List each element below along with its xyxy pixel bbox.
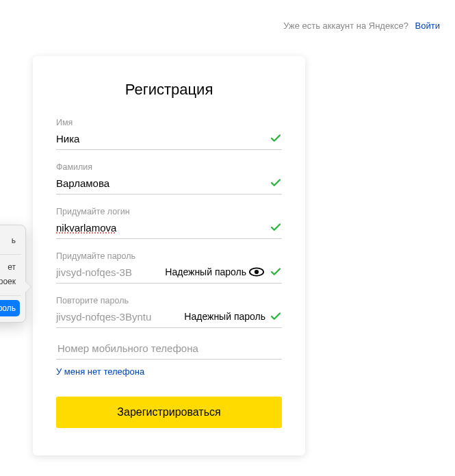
page-title: Регистрация: [56, 81, 282, 99]
password-suggestion-popup: ь ет троек ароль: [0, 225, 26, 323]
login-input[interactable]: nikvarlamova: [56, 221, 265, 235]
login-link[interactable]: Войти: [415, 21, 440, 31]
phone-input[interactable]: [56, 342, 285, 355]
check-icon: [270, 177, 282, 189]
last-name-label: Фамилия: [56, 162, 282, 172]
password-field: Придумайте пароль Надежный пароль: [56, 251, 282, 284]
login-field: Придумайте логин nikvarlamova: [56, 207, 282, 239]
first-name-label: Имя: [56, 118, 282, 127]
topbar: Уже есть аккаунт на Яндексе? Войти: [283, 21, 440, 31]
password-label: Придумайте пароль: [56, 251, 282, 261]
popup-item[interactable]: ет: [0, 260, 18, 275]
password-input[interactable]: [56, 265, 162, 279]
have-account-text: Уже есть аккаунт на Яндексе?: [283, 21, 408, 31]
login-label: Придумайте логин: [56, 207, 282, 216]
password-repeat-input[interactable]: [56, 310, 181, 324]
check-icon: [270, 310, 282, 323]
popup-item[interactable]: ь: [0, 234, 18, 249]
eye-icon[interactable]: [249, 267, 264, 277]
register-button[interactable]: Зарегистрироваться: [56, 397, 282, 428]
check-icon: [270, 221, 282, 234]
registration-card: Регистрация Имя Фамилия Придумайте логин…: [33, 56, 305, 455]
password-repeat-label: Повторите пароль: [56, 296, 282, 305]
password-repeat-field: Повторите пароль Надежный пароль: [56, 296, 282, 328]
last-name-field: Фамилия: [56, 162, 282, 195]
popup-item[interactable]: троек: [0, 275, 18, 290]
password-strength: Надежный пароль: [165, 266, 246, 277]
phone-field: [56, 342, 282, 360]
check-icon: [270, 266, 282, 278]
popup-save-password-button[interactable]: ароль: [0, 300, 20, 316]
no-phone-link[interactable]: У меня нет телефона: [56, 366, 144, 377]
last-name-input[interactable]: [56, 176, 265, 190]
first-name-field: Имя: [56, 118, 282, 150]
first-name-input[interactable]: [56, 131, 265, 146]
check-icon: [270, 132, 282, 145]
password-repeat-strength: Надежный пароль: [184, 311, 265, 322]
svg-point-1: [255, 270, 259, 274]
